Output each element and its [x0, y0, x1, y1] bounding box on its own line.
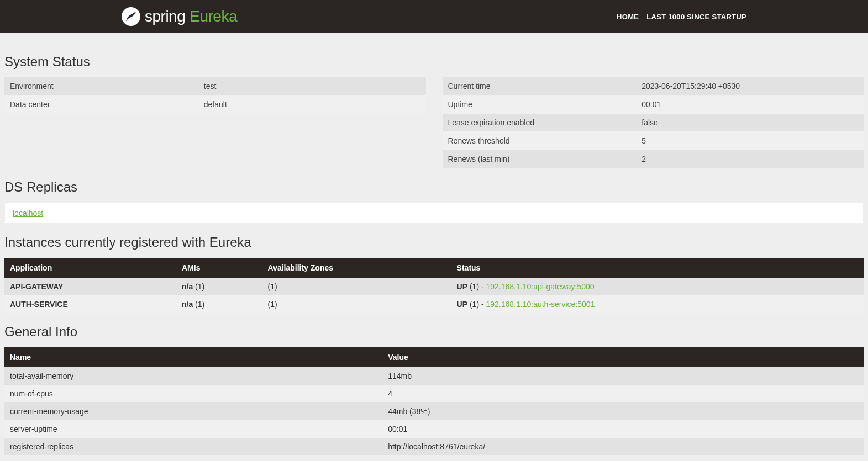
status-value: 5	[636, 132, 864, 150]
info-value: http://localhost:8761/eureka/	[382, 438, 864, 455]
amis-count: (1)	[193, 300, 204, 309]
content: System Status Environment test Data cent…	[0, 33, 868, 455]
amis-prefix: n/a	[182, 282, 193, 291]
heading-general-info: General Info	[4, 324, 864, 340]
table-row: Uptime 00:01	[443, 96, 864, 114]
col-zones: Availability Zones	[262, 258, 451, 278]
amis-prefix: n/a	[182, 300, 193, 309]
nav-link-last1000[interactable]: LAST 1000 SINCE STARTUP	[646, 13, 746, 21]
col-amis: AMIs	[176, 258, 262, 278]
amis-count: (1)	[193, 282, 204, 291]
instance-status-cell: UP (1) - 192.168.1.10:api-gateway:5000	[451, 278, 864, 295]
status-label: Uptime	[443, 96, 636, 114]
table-row: Renews (last min) 2	[443, 150, 864, 168]
status-label: Current time	[443, 77, 636, 96]
status-count: (1)	[467, 300, 479, 309]
navbar: spring Eureka HOME LAST 1000 SINCE START…	[0, 0, 868, 33]
info-name: server-uptime	[4, 420, 382, 438]
instance-amis: n/a (1)	[176, 278, 262, 295]
info-value: 114mb	[382, 367, 864, 385]
status-count: (1)	[467, 282, 479, 291]
info-name: num-of-cpus	[4, 385, 382, 402]
info-name: current-memory-usage	[4, 402, 382, 420]
general-info-table: Name Value total-avail-memory 114mb num-…	[4, 347, 864, 455]
status-label: Lease expiration enabled	[443, 114, 636, 132]
heading-system-status: System Status	[4, 54, 864, 70]
system-status-left-table: Environment test Data center default	[4, 77, 426, 114]
heading-ds-replicas: DS Replicas	[4, 179, 864, 195]
table-row: Data center default	[4, 96, 426, 114]
instance-status-cell: UP (1) - 192.168.1.10:auth-service:5001	[451, 295, 864, 313]
separator: -	[479, 300, 486, 309]
status-value: test	[198, 77, 426, 96]
nav-link-home[interactable]: HOME	[617, 13, 639, 21]
info-value: 4	[382, 385, 864, 402]
status-up: UP	[457, 300, 467, 309]
instance-zones: (1)	[262, 278, 451, 295]
status-value: 00:01	[636, 96, 864, 114]
table-row: AUTH-SERVICE n/a (1) (1) UP (1) - 192.16…	[4, 295, 864, 313]
table-row: Current time 2023-06-20T15:29:40 +0530	[443, 77, 864, 96]
heading-instances: Instances currently registered with Eure…	[4, 235, 864, 250]
status-label: Environment	[4, 77, 198, 96]
brand: spring Eureka	[122, 7, 237, 26]
table-row: Lease expiration enabled false	[443, 114, 864, 132]
system-status-columns: Environment test Data center default Cur…	[4, 77, 864, 168]
status-value: 2023-06-20T15:29:40 +0530	[636, 77, 864, 96]
table-row: server-uptime 00:01	[4, 420, 864, 438]
replica-link[interactable]: localhost	[13, 209, 43, 218]
status-label: Renews (last min)	[443, 150, 636, 168]
system-status-right-table: Current time 2023-06-20T15:29:40 +0530 U…	[443, 77, 864, 168]
table-row: API-GATEWAY n/a (1) (1) UP (1) - 192.168…	[4, 278, 864, 295]
table-row: num-of-cpus 4	[4, 385, 864, 402]
table-row: total-avail-memory 114mb	[4, 367, 864, 385]
status-label: Data center	[4, 96, 198, 114]
info-value: 00:01	[382, 420, 864, 438]
instance-link[interactable]: 192.168.1.10:api-gateway:5000	[486, 282, 595, 291]
status-value: default	[198, 96, 426, 114]
instances-table: Application AMIs Availability Zones Stat…	[4, 258, 864, 313]
info-name: registered-replicas	[4, 438, 382, 455]
info-value: 44mb (38%)	[382, 402, 864, 420]
brand-text-eureka: Eureka	[190, 8, 237, 25]
table-row: Environment test	[4, 77, 426, 96]
nav-links: HOME LAST 1000 SINCE STARTUP	[617, 13, 746, 21]
instance-amis: n/a (1)	[176, 295, 262, 313]
brand-text-spring: spring	[145, 8, 185, 25]
instance-application: API-GATEWAY	[4, 278, 176, 295]
status-up: UP	[457, 282, 467, 291]
col-status: Status	[451, 258, 864, 278]
instance-application: AUTH-SERVICE	[4, 295, 176, 313]
ds-replicas-box: localhost	[4, 203, 864, 224]
separator: -	[479, 282, 486, 291]
table-row: current-memory-usage 44mb (38%)	[4, 402, 864, 420]
col-value: Value	[382, 347, 864, 367]
table-row: Renews threshold 5	[443, 132, 864, 150]
instance-link[interactable]: 192.168.1.10:auth-service:5001	[486, 300, 595, 309]
info-name: total-avail-memory	[4, 367, 382, 385]
status-value: false	[636, 114, 864, 132]
status-label: Renews threshold	[443, 132, 636, 150]
col-name: Name	[4, 347, 382, 367]
status-value: 2	[636, 150, 864, 168]
spring-logo-icon	[122, 7, 140, 26]
table-row: registered-replicas http://localhost:876…	[4, 438, 864, 455]
col-application: Application	[4, 258, 176, 278]
instance-zones: (1)	[262, 295, 451, 313]
